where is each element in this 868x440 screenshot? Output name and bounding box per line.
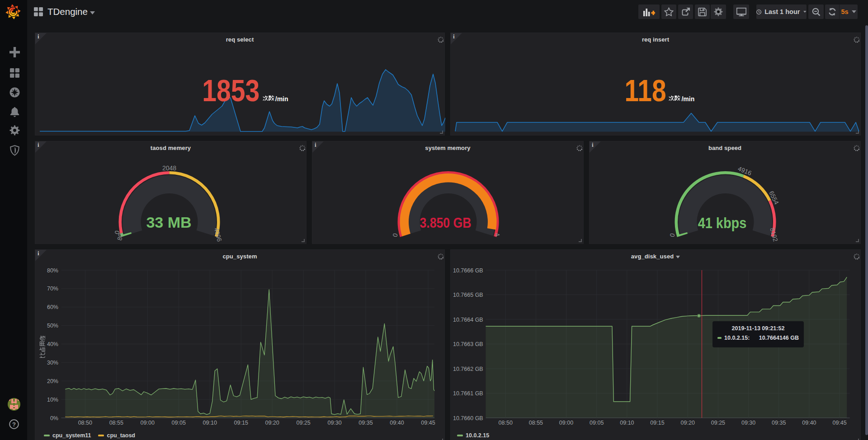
svg-text:09:20: 09:20 bbox=[681, 420, 695, 426]
svg-text:10.7660 GB: 10.7660 GB bbox=[453, 415, 483, 421]
svg-text:09:40: 09:40 bbox=[390, 420, 404, 426]
svg-text:09:00: 09:00 bbox=[559, 420, 573, 426]
svg-text:09:30: 09:30 bbox=[741, 420, 755, 426]
svg-text:50%: 50% bbox=[47, 323, 58, 329]
svg-text:20%: 20% bbox=[47, 378, 58, 384]
svg-text:2048: 2048 bbox=[162, 164, 176, 172]
svg-text:10.7665 GB: 10.7665 GB bbox=[453, 292, 483, 298]
svg-text:10.7661 GB: 10.7661 GB bbox=[453, 390, 483, 397]
svg-text:80%: 80% bbox=[47, 267, 58, 274]
svg-text:10.7666 GB: 10.7666 GB bbox=[453, 267, 483, 274]
svg-text:09:35: 09:35 bbox=[359, 420, 373, 426]
svg-text:09:45: 09:45 bbox=[421, 420, 435, 426]
svg-text:0: 0 bbox=[668, 232, 676, 238]
svg-text:09:45: 09:45 bbox=[832, 420, 846, 426]
svg-text:08:55: 08:55 bbox=[109, 420, 123, 426]
svg-text:09:15: 09:15 bbox=[234, 420, 248, 426]
svg-text:10.7663 GB: 10.7663 GB bbox=[453, 341, 483, 347]
svg-text:0%: 0% bbox=[50, 415, 58, 421]
svg-text:09:05: 09:05 bbox=[172, 420, 186, 426]
svg-text:09:25: 09:25 bbox=[296, 420, 310, 426]
svg-text:08:50: 08:50 bbox=[499, 420, 513, 426]
svg-text:09:30: 09:30 bbox=[327, 420, 341, 426]
svg-text:09:20: 09:20 bbox=[265, 420, 279, 426]
svg-text:80: 80 bbox=[116, 233, 125, 241]
svg-text:09:35: 09:35 bbox=[772, 420, 786, 426]
svg-text:10.7664 GB: 10.7664 GB bbox=[453, 317, 483, 323]
svg-text:60%: 60% bbox=[47, 304, 58, 310]
svg-text:08:55: 08:55 bbox=[529, 420, 543, 426]
svg-text:10%: 10% bbox=[47, 397, 58, 403]
svg-text:09:05: 09:05 bbox=[590, 420, 604, 426]
svg-text:40%: 40% bbox=[47, 341, 58, 347]
svg-text:10.7662 GB: 10.7662 GB bbox=[453, 366, 483, 372]
svg-text:0: 0 bbox=[391, 232, 399, 238]
svg-text:70%: 70% bbox=[47, 286, 58, 292]
svg-text:08:50: 08:50 bbox=[78, 420, 92, 426]
svg-text:09:40: 09:40 bbox=[802, 420, 816, 426]
svg-text:09:15: 09:15 bbox=[650, 420, 664, 426]
svg-text:30%: 30% bbox=[47, 360, 58, 366]
svg-text:09:10: 09:10 bbox=[203, 420, 217, 426]
svg-text:09:00: 09:00 bbox=[141, 420, 155, 426]
svg-text:4: 4 bbox=[493, 232, 501, 238]
svg-text:09:25: 09:25 bbox=[711, 420, 725, 426]
svg-text:09:10: 09:10 bbox=[620, 420, 634, 426]
svg-text:?: ? bbox=[12, 421, 16, 428]
